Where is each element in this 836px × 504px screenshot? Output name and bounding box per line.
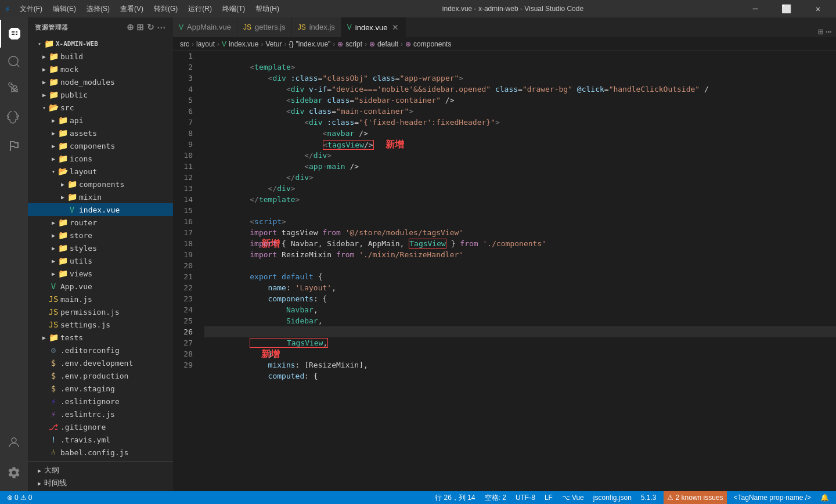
tree-label-tests: tests: [60, 333, 83, 342]
tree-item-app-vue[interactable]: ▶ V App.vue: [28, 280, 173, 293]
tree-item-eslintrc[interactable]: ▶ ⚡ .eslintrc.js: [28, 408, 173, 420]
bc-script[interactable]: script: [345, 40, 362, 48]
status-errors[interactable]: ⊗ 0 ⚠ 0: [5, 491, 34, 504]
tree-item-store[interactable]: ▶ 📁 store: [28, 229, 173, 242]
tab-label-appmain: AppMain.vue: [187, 23, 231, 31]
bc-indexvue2[interactable]: "index.vue": [296, 40, 330, 48]
activity-extensions[interactable]: [0, 131, 28, 159]
minimize-button[interactable]: ─: [742, 0, 769, 17]
tree-item-travis[interactable]: ▶ ! .travis.yml: [28, 433, 173, 446]
code-content[interactable]: <template> <div :class="classObj" class=…: [202, 51, 836, 491]
status-line-ending[interactable]: LF: [542, 491, 555, 504]
status-language[interactable]: ⌥ Vue: [560, 491, 586, 504]
bc-src[interactable]: src: [180, 40, 189, 48]
bc-components[interactable]: components: [413, 40, 451, 48]
tab-indexjs[interactable]: JS index.js: [292, 17, 341, 37]
bc-default[interactable]: default: [377, 40, 398, 48]
collapse-icon[interactable]: ⋯: [157, 22, 166, 33]
tree-label-timeline: 时间线: [44, 478, 67, 488]
folder-views-icon: 📁: [58, 269, 67, 278]
tree-item-gitignore[interactable]: ▶ ⎇ .gitignore: [28, 420, 173, 433]
tree-item-tests[interactable]: ▶ 📁 tests: [28, 331, 173, 344]
menu-run[interactable]: 运行(R): [183, 3, 217, 15]
menu-help[interactable]: 帮助(H): [251, 3, 284, 15]
tree-item-timeline[interactable]: ▶ 时间线: [28, 477, 173, 489]
status-version[interactable]: 5.1.3: [639, 491, 659, 504]
menu-file[interactable]: 文件(F): [15, 3, 47, 15]
tab-label-indexvue: index.vue: [355, 23, 388, 32]
activity-explorer[interactable]: [0, 20, 28, 48]
tree-item-components-src[interactable]: ▶ 📁 components: [28, 139, 173, 152]
tree-item-outline[interactable]: ▶ 大纲: [28, 464, 173, 477]
tree-item-router[interactable]: ▶ 📁 router: [28, 216, 173, 229]
tree-item-node-modules[interactable]: ▶ 📁 node_modules: [28, 75, 173, 88]
new-file-icon[interactable]: ⊕: [127, 22, 135, 33]
tree-item-styles[interactable]: ▶ 📁 styles: [28, 242, 173, 254]
bc-vetur[interactable]: Vetur: [265, 40, 282, 48]
menu-view[interactable]: 查看(V): [116, 3, 148, 15]
status-config[interactable]: jsconfig.json: [591, 491, 634, 504]
tree-item-layout[interactable]: ▾ 📂 layout: [28, 165, 173, 178]
bc-indexvue[interactable]: index.vue: [229, 40, 258, 48]
tree-item-assets[interactable]: ▶ 📁 assets: [28, 127, 173, 139]
tree-item-mock[interactable]: ▶ 📁 mock: [28, 63, 173, 75]
sidebar-actions[interactable]: ⊕ ⊞ ↻ ⋯: [127, 22, 166, 33]
ln-27: 27: [173, 337, 193, 348]
status-known-issues[interactable]: ⚠ 2 known issues: [664, 491, 727, 504]
file-gitignore-icon: ⎇: [49, 422, 58, 431]
menu-bar[interactable]: 文件(F) 编辑(E) 选择(S) 查看(V) 转到(G) 运行(R) 终端(T…: [15, 3, 284, 15]
ln-22: 22: [173, 282, 193, 293]
tree-item-env-staging[interactable]: ▶ $ .env.staging: [28, 382, 173, 395]
tree-item-icons[interactable]: ▶ 📁 icons: [28, 152, 173, 165]
maximize-button[interactable]: ⬜: [773, 0, 800, 17]
tree-item-public[interactable]: ▶ 📁 public: [28, 88, 173, 101]
menu-edit[interactable]: 编辑(E): [48, 3, 81, 15]
tree-item-permission-js[interactable]: ▶ JS permission.js: [28, 305, 173, 318]
tree-root[interactable]: ▾ 📁 X-ADMIN-WEB: [28, 37, 173, 50]
activity-debug[interactable]: [0, 103, 28, 131]
tab-getters[interactable]: JS getters.js: [237, 17, 292, 37]
tab-indexvue[interactable]: V index.vue ✕: [341, 17, 407, 37]
status-spaces[interactable]: 空格: 2: [482, 491, 509, 504]
more-actions-icon[interactable]: ⋯: [826, 26, 831, 37]
tree-item-build[interactable]: ▶ 📁 build: [28, 50, 173, 63]
tree-item-eslintignore[interactable]: ▶ ⚡ .eslintignore: [28, 395, 173, 408]
activity-account[interactable]: [0, 429, 28, 456]
new-folder-icon[interactable]: ⊞: [136, 22, 145, 33]
menu-select[interactable]: 选择(S): [82, 3, 114, 15]
tree-item-env-prod[interactable]: ▶ $ .env.production: [28, 369, 173, 382]
tab-close-indexvue[interactable]: ✕: [391, 23, 400, 32]
tree-item-settings-js[interactable]: ▶ JS settings.js: [28, 318, 173, 331]
activity-search[interactable]: [0, 48, 28, 75]
tab-actions[interactable]: ⊞ ⋯: [813, 26, 836, 37]
sidebar-tree: ▾ 📁 X-ADMIN-WEB ▶ 📁 build ▶ 📁 mock ▶ 📁 n…: [28, 37, 173, 491]
tree-label-icons: icons: [70, 154, 92, 163]
status-position[interactable]: 行 26，列 14: [433, 491, 477, 504]
status-tag-name[interactable]: <TagName prop-name />: [732, 491, 813, 504]
tab-appmain[interactable]: V AppMain.vue: [173, 17, 237, 37]
tree-item-api[interactable]: ▶ 📁 api: [28, 114, 173, 127]
menu-terminal[interactable]: 终端(T): [218, 3, 250, 15]
tree-item-main-js[interactable]: ▶ JS main.js: [28, 293, 173, 305]
status-bell[interactable]: 🔔: [818, 491, 831, 504]
window-controls[interactable]: ─ ⬜ ✕: [742, 0, 831, 17]
close-button[interactable]: ✕: [805, 0, 831, 17]
tree-item-views[interactable]: ▶ 📁 views: [28, 267, 173, 280]
tree-item-src[interactable]: ▾ 📂 src: [28, 101, 173, 114]
tree-item-index-vue[interactable]: ▶ V index.vue: [28, 203, 173, 216]
tree-item-env-dev[interactable]: ▶ $ .env.development: [28, 357, 173, 369]
tree-item-utils[interactable]: ▶ 📁 utils: [28, 254, 173, 267]
bc-layout[interactable]: layout: [196, 40, 215, 48]
code-editor[interactable]: 1 2 3 4 5 6 7 8 9 10 11 12 13 14 15 16 1…: [173, 51, 836, 491]
menu-goto[interactable]: 转到(G): [149, 3, 182, 15]
tree-item-layout-components[interactable]: ▶ 📁 components: [28, 178, 173, 190]
activity-settings[interactable]: [0, 459, 28, 487]
status-encoding[interactable]: UTF-8: [513, 491, 538, 504]
refresh-icon[interactable]: ↻: [147, 22, 155, 33]
tree-item-babel[interactable]: ▶ ⑃ babel.config.js: [28, 446, 173, 459]
activity-source-control[interactable]: [0, 75, 28, 103]
file-babel-icon: ⑃: [49, 448, 58, 457]
tree-item-layout-mixin[interactable]: ▶ 📁 mixin: [28, 190, 173, 203]
tree-item-editorconfig[interactable]: ▶ ⚙ .editorconfig: [28, 344, 173, 357]
split-editor-icon[interactable]: ⊞: [818, 26, 824, 37]
